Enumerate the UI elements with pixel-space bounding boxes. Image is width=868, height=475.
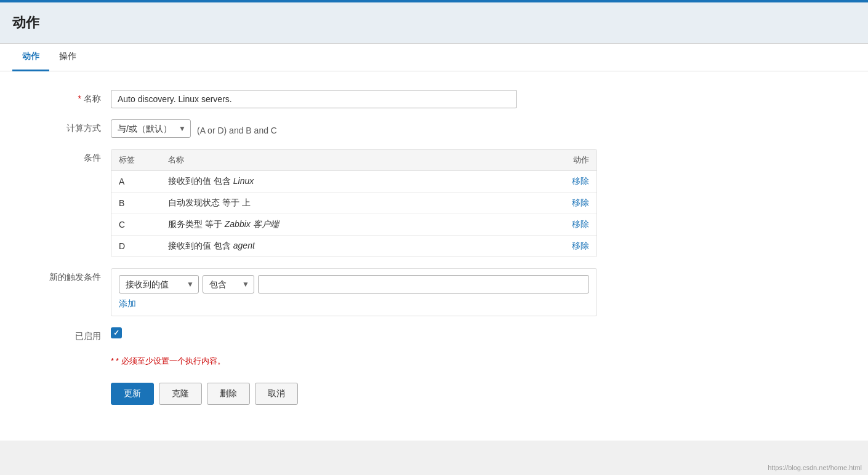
conditions-label: 条件 [12,149,111,164]
cancel-button[interactable]: 取消 [255,383,298,405]
enabled-control [111,327,856,338]
calc-control: 与/或（默认） 与 或 自定义表达式 ▼ (A or D) and B and … [111,119,856,138]
remove-link-c[interactable]: 移除 [572,219,589,229]
enabled-label: 已启用 [12,327,111,342]
name-row: *名称 [12,90,856,108]
calc-row: 计算方式 与/或（默认） 与 或 自定义表达式 ▼ (A or D) and B… [12,119,856,138]
new-condition-control: 接收到的值 自动发现状态 服务类型 主机IP 响应时间 主机名称 ▼ [111,268,856,316]
condition-type-wrapper: 接收到的值 自动发现状态 服务类型 主机IP 响应时间 主机名称 ▼ [119,275,199,293]
tab-operations[interactable]: 操作 [49,44,86,71]
conditions-table-header: 标签 名称 动作 [111,150,597,171]
required-star-name: * [78,94,81,103]
remove-link-a[interactable]: 移除 [572,176,589,186]
name-control [111,90,856,108]
delete-button[interactable]: 删除 [207,383,250,405]
new-condition-area: 接收到的值 自动发现状态 服务类型 主机IP 响应时间 主机名称 ▼ [111,268,597,316]
warning-spacer [12,353,111,357]
condition-op-wrapper: 包含 不包含 等于 不等于 ▼ [203,275,254,293]
conditions-row: 条件 标签 名称 动作 A 接收到的值 包含 Linux 移除 [12,149,856,257]
condition-tag-b: B [119,198,168,208]
condition-action-b: 移除 [552,198,589,209]
new-condition-label: 新的触发条件 [12,268,111,283]
calc-select-wrapper: 与/或（默认） 与 或 自定义表达式 ▼ [111,119,191,138]
condition-tag-c: C [119,220,168,230]
form-section: *名称 计算方式 与/或（默认） 与 或 自定义表达式 ▼ (A or [0,84,868,422]
calc-description: (A or D) and B and C [197,122,277,135]
condition-op-select[interactable]: 包含 不包含 等于 不等于 [203,275,254,293]
condition-action-c: 移除 [552,219,589,230]
new-condition-row: 新的触发条件 接收到的值 自动发现状态 服务类型 主机IP 响应时间 主机名称 [12,268,856,316]
update-button[interactable]: 更新 [111,383,154,405]
col-header-label: 标签 [119,154,168,166]
page-title-bar: 动作 [0,2,868,44]
condition-type-select[interactable]: 接收到的值 自动发现状态 服务类型 主机IP 响应时间 主机名称 [119,275,199,293]
conditions-wrapper: 标签 名称 动作 A 接收到的值 包含 Linux 移除 B [111,149,856,257]
condition-desc-b: 自动发现状态 等于 上 [168,198,552,209]
condition-desc-a: 接收到的值 包含 Linux [168,176,552,187]
condition-action-d: 移除 [552,241,589,252]
add-condition-link[interactable]: 添加 [119,298,136,309]
condition-row-b: B 自动发现状态 等于 上 移除 [111,193,597,214]
tabs-bar: 动作 操作 [0,44,868,71]
condition-action-a: 移除 [552,176,589,187]
col-header-name: 名称 [168,154,552,166]
conditions-table: 标签 名称 动作 A 接收到的值 包含 Linux 移除 B [111,149,597,257]
new-condition-inputs: 接收到的值 自动发现状态 服务类型 主机IP 响应时间 主机名称 ▼ [119,275,589,293]
clone-button[interactable]: 克隆 [159,383,202,405]
remove-link-d[interactable]: 移除 [572,241,589,250]
condition-row-a: A 接收到的值 包含 Linux 移除 [111,171,597,193]
calc-select[interactable]: 与/或（默认） 与 或 自定义表达式 [111,119,191,138]
content-area: *名称 计算方式 与/或（默认） 与 或 自定义表达式 ▼ (A or [0,71,868,441]
warning-star: * [111,356,114,365]
button-row: 更新 克隆 删除 取消 [12,378,856,405]
name-label: *名称 [12,90,111,105]
name-input[interactable] [111,90,517,108]
enabled-checkbox[interactable] [111,327,122,338]
tab-actions[interactable]: 动作 [12,44,49,71]
button-control: 更新 克隆 删除 取消 [111,378,856,405]
warning-message: ** 必须至少设置一个执行内容。 [111,356,856,367]
btn-row: 更新 克隆 删除 取消 [111,383,856,405]
condition-row-d: D 接收到的值 包含 agent 移除 [111,236,597,257]
button-spacer [12,378,111,381]
warning-row: ** 必须至少设置一个执行内容。 [12,353,856,367]
condition-tag-a: A [119,177,168,186]
condition-desc-d: 接收到的值 包含 agent [168,241,552,252]
condition-tag-d: D [119,241,168,251]
calc-label: 计算方式 [12,119,111,134]
condition-value-input[interactable] [258,275,589,293]
condition-row-c: C 服务类型 等于 Zabbix 客户端 移除 [111,214,597,236]
remove-link-b[interactable]: 移除 [572,198,589,207]
col-header-action: 动作 [552,154,589,166]
condition-desc-c: 服务类型 等于 Zabbix 客户端 [168,219,552,230]
enabled-row: 已启用 [12,327,856,342]
page-title: 动作 [12,14,856,32]
warning-control: ** 必须至少设置一个执行内容。 [111,353,856,367]
